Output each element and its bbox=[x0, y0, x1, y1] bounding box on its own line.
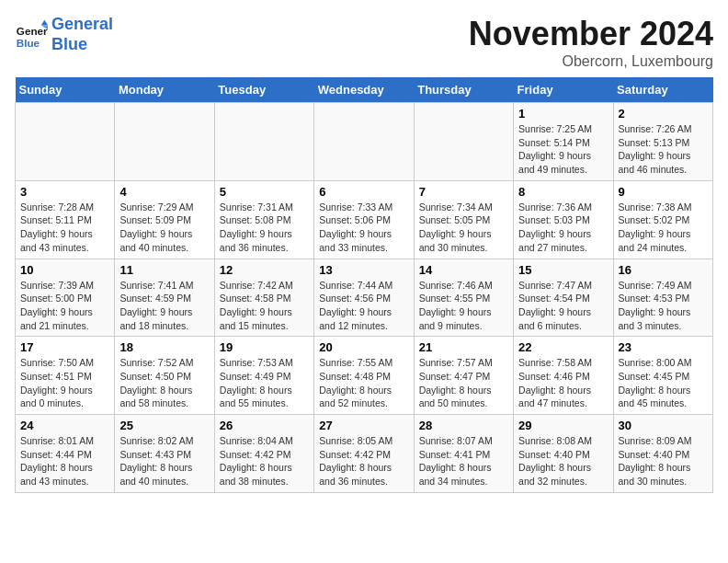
day-cell: 7Sunrise: 7:34 AMSunset: 5:05 PMDaylight… bbox=[414, 180, 513, 259]
day-number: 2 bbox=[619, 107, 708, 121]
day-cell bbox=[214, 103, 313, 181]
day-cell: 5Sunrise: 7:31 AMSunset: 5:08 PMDaylight… bbox=[214, 180, 313, 259]
day-info: Sunrise: 8:04 AMSunset: 4:42 PMDaylight:… bbox=[220, 434, 309, 488]
day-cell: 3Sunrise: 7:28 AMSunset: 5:11 PMDaylight… bbox=[16, 180, 115, 259]
day-info: Sunrise: 8:02 AMSunset: 4:43 PMDaylight:… bbox=[119, 434, 209, 488]
logo: General Blue General Blue bbox=[15, 15, 113, 54]
week-row-2: 3Sunrise: 7:28 AMSunset: 5:11 PMDaylight… bbox=[16, 180, 713, 259]
day-number: 28 bbox=[419, 419, 508, 432]
title-area: November 2024 Obercorn, Luxembourg bbox=[469, 15, 713, 70]
day-number: 10 bbox=[20, 263, 109, 277]
day-cell: 15Sunrise: 7:47 AMSunset: 4:54 PMDayligh… bbox=[514, 259, 613, 337]
day-number: 18 bbox=[119, 340, 209, 354]
day-info: Sunrise: 7:28 AMSunset: 5:11 PMDaylight:… bbox=[20, 201, 109, 255]
weekday-header-monday: Monday bbox=[115, 77, 214, 103]
week-row-4: 17Sunrise: 7:50 AMSunset: 4:51 PMDayligh… bbox=[16, 337, 713, 415]
location-title: Obercorn, Luxembourg bbox=[469, 53, 713, 70]
week-row-3: 10Sunrise: 7:39 AMSunset: 5:00 PMDayligh… bbox=[16, 259, 713, 337]
weekday-header-sunday: Sunday bbox=[16, 77, 115, 103]
weekday-header-thursday: Thursday bbox=[414, 77, 513, 103]
day-cell: 12Sunrise: 7:42 AMSunset: 4:58 PMDayligh… bbox=[214, 259, 313, 337]
day-cell: 22Sunrise: 7:58 AMSunset: 4:46 PMDayligh… bbox=[514, 337, 613, 415]
weekday-header-saturday: Saturday bbox=[613, 77, 712, 103]
day-number: 1 bbox=[518, 107, 608, 121]
day-number: 5 bbox=[220, 185, 309, 199]
day-number: 27 bbox=[319, 419, 408, 432]
day-number: 17 bbox=[20, 340, 109, 354]
day-number: 19 bbox=[220, 340, 309, 354]
day-number: 6 bbox=[319, 185, 408, 199]
day-cell: 26Sunrise: 8:04 AMSunset: 4:42 PMDayligh… bbox=[214, 415, 313, 493]
day-number: 20 bbox=[319, 340, 408, 354]
day-cell: 20Sunrise: 7:55 AMSunset: 4:48 PMDayligh… bbox=[314, 337, 414, 415]
day-cell: 4Sunrise: 7:29 AMSunset: 5:09 PMDaylight… bbox=[115, 180, 214, 259]
day-number: 14 bbox=[419, 263, 508, 277]
day-info: Sunrise: 7:53 AMSunset: 4:49 PMDaylight:… bbox=[220, 356, 309, 410]
weekday-header-friday: Friday bbox=[514, 77, 613, 103]
logo-text: General bbox=[51, 15, 113, 35]
weekday-header-row: SundayMondayTuesdayWednesdayThursdayFrid… bbox=[16, 77, 713, 103]
day-number: 9 bbox=[619, 185, 708, 199]
day-cell: 13Sunrise: 7:44 AMSunset: 4:56 PMDayligh… bbox=[314, 259, 414, 337]
day-number: 13 bbox=[319, 263, 408, 277]
day-cell: 17Sunrise: 7:50 AMSunset: 4:51 PMDayligh… bbox=[16, 337, 115, 415]
day-cell: 29Sunrise: 8:08 AMSunset: 4:40 PMDayligh… bbox=[514, 415, 613, 493]
day-info: Sunrise: 7:41 AMSunset: 4:59 PMDaylight:… bbox=[119, 279, 209, 333]
day-info: Sunrise: 7:47 AMSunset: 4:54 PMDaylight:… bbox=[518, 279, 608, 333]
day-cell: 21Sunrise: 7:57 AMSunset: 4:47 PMDayligh… bbox=[414, 337, 513, 415]
day-cell: 19Sunrise: 7:53 AMSunset: 4:49 PMDayligh… bbox=[214, 337, 313, 415]
day-info: Sunrise: 7:52 AMSunset: 4:50 PMDaylight:… bbox=[119, 356, 209, 410]
day-cell: 24Sunrise: 8:01 AMSunset: 4:44 PMDayligh… bbox=[16, 415, 115, 493]
weekday-header-tuesday: Tuesday bbox=[214, 77, 313, 103]
day-info: Sunrise: 7:39 AMSunset: 5:00 PMDaylight:… bbox=[20, 279, 109, 333]
day-number: 21 bbox=[419, 340, 508, 354]
day-info: Sunrise: 7:44 AMSunset: 4:56 PMDaylight:… bbox=[319, 279, 408, 333]
day-info: Sunrise: 8:05 AMSunset: 4:42 PMDaylight:… bbox=[319, 434, 408, 488]
day-cell: 6Sunrise: 7:33 AMSunset: 5:06 PMDaylight… bbox=[314, 180, 414, 259]
day-info: Sunrise: 7:34 AMSunset: 5:05 PMDaylight:… bbox=[419, 201, 508, 255]
day-cell: 11Sunrise: 7:41 AMSunset: 4:59 PMDayligh… bbox=[115, 259, 214, 337]
day-number: 26 bbox=[220, 419, 309, 432]
day-number: 16 bbox=[619, 263, 708, 277]
day-info: Sunrise: 7:25 AMSunset: 5:14 PMDaylight:… bbox=[518, 122, 608, 177]
day-cell: 16Sunrise: 7:49 AMSunset: 4:53 PMDayligh… bbox=[613, 259, 712, 337]
day-number: 4 bbox=[119, 185, 209, 199]
day-number: 11 bbox=[119, 263, 209, 277]
svg-text:General: General bbox=[17, 25, 48, 37]
day-info: Sunrise: 7:57 AMSunset: 4:47 PMDaylight:… bbox=[419, 356, 508, 410]
day-cell: 8Sunrise: 7:36 AMSunset: 5:03 PMDaylight… bbox=[514, 180, 613, 259]
day-number: 23 bbox=[619, 340, 708, 354]
day-cell: 10Sunrise: 7:39 AMSunset: 5:00 PMDayligh… bbox=[16, 259, 115, 337]
day-cell: 2Sunrise: 7:26 AMSunset: 5:13 PMDaylight… bbox=[613, 103, 712, 181]
day-number: 24 bbox=[20, 419, 109, 432]
calendar-table: SundayMondayTuesdayWednesdayThursdayFrid… bbox=[15, 77, 713, 493]
day-info: Sunrise: 7:42 AMSunset: 4:58 PMDaylight:… bbox=[220, 279, 309, 333]
svg-marker-2 bbox=[41, 19, 48, 24]
day-info: Sunrise: 7:33 AMSunset: 5:06 PMDaylight:… bbox=[319, 201, 408, 255]
day-info: Sunrise: 7:36 AMSunset: 5:03 PMDaylight:… bbox=[518, 201, 608, 255]
svg-text:Blue: Blue bbox=[17, 36, 40, 48]
day-cell: 30Sunrise: 8:09 AMSunset: 4:40 PMDayligh… bbox=[613, 415, 712, 493]
day-number: 3 bbox=[20, 185, 109, 199]
month-title: November 2024 bbox=[469, 15, 713, 53]
logo-blue: Blue bbox=[51, 35, 113, 55]
day-info: Sunrise: 7:46 AMSunset: 4:55 PMDaylight:… bbox=[419, 279, 508, 333]
day-info: Sunrise: 8:00 AMSunset: 4:45 PMDaylight:… bbox=[619, 356, 708, 410]
week-row-1: 1Sunrise: 7:25 AMSunset: 5:14 PMDaylight… bbox=[16, 103, 713, 181]
day-info: Sunrise: 8:07 AMSunset: 4:41 PMDaylight:… bbox=[419, 434, 508, 488]
day-number: 15 bbox=[518, 263, 608, 277]
day-info: Sunrise: 7:58 AMSunset: 4:46 PMDaylight:… bbox=[518, 356, 608, 410]
day-number: 12 bbox=[220, 263, 309, 277]
logo-blue-text: Blue bbox=[51, 35, 87, 53]
day-number: 25 bbox=[119, 419, 209, 432]
day-cell bbox=[414, 103, 513, 181]
logo-icon: General Blue bbox=[15, 18, 48, 52]
weekday-header-wednesday: Wednesday bbox=[314, 77, 414, 103]
day-info: Sunrise: 8:08 AMSunset: 4:40 PMDaylight:… bbox=[518, 434, 608, 488]
day-cell bbox=[16, 103, 115, 181]
day-cell: 9Sunrise: 7:38 AMSunset: 5:02 PMDaylight… bbox=[613, 180, 712, 259]
day-cell: 27Sunrise: 8:05 AMSunset: 4:42 PMDayligh… bbox=[314, 415, 414, 493]
day-cell: 23Sunrise: 8:00 AMSunset: 4:45 PMDayligh… bbox=[613, 337, 712, 415]
day-cell: 1Sunrise: 7:25 AMSunset: 5:14 PMDaylight… bbox=[514, 103, 613, 181]
day-info: Sunrise: 7:29 AMSunset: 5:09 PMDaylight:… bbox=[119, 201, 209, 255]
